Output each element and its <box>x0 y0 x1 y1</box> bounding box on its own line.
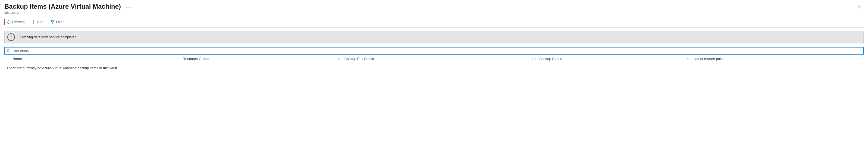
svg-marker-4 <box>51 21 54 23</box>
refresh-icon <box>7 20 10 24</box>
search-icon <box>6 49 10 53</box>
sort-icon: ↑↓ <box>176 57 179 61</box>
column-header-name[interactable]: Name ↑↓ <box>12 57 183 61</box>
table-header-row: Name ↑↓ Resource Group ↑↓ Backup Pre-Che… <box>4 54 864 63</box>
add-label: Add <box>37 20 43 24</box>
close-button[interactable] <box>855 3 864 11</box>
vault-name-subtitle: afsbackup <box>4 11 131 15</box>
column-label: Backup Pre-Check <box>344 57 374 61</box>
filter-items-input[interactable] <box>11 48 862 53</box>
refresh-label: Refresh <box>12 20 25 24</box>
funnel-icon <box>51 20 54 24</box>
column-header-latest-restore-point[interactable]: Latest restore point ↑↓ <box>693 57 864 61</box>
svg-line-6 <box>9 51 10 52</box>
plus-icon <box>32 20 36 24</box>
filter-button[interactable]: Filter <box>48 18 66 25</box>
command-bar: Refresh Add Filter <box>4 18 864 28</box>
svg-point-5 <box>7 49 9 51</box>
info-banner: i Fetching data from service completed. <box>4 31 864 43</box>
sort-icon: ↑↓ <box>687 57 689 61</box>
refresh-button[interactable]: Refresh <box>4 19 27 25</box>
sort-icon: ↑↓ <box>338 57 340 61</box>
empty-table-message: There are currently no Azure Virtual Mac… <box>4 63 864 73</box>
sort-icon: ↑↓ <box>857 57 859 61</box>
column-header-last-backup-status[interactable]: Last Backup Status ↑↓ <box>532 57 693 61</box>
filter-items-field[interactable] <box>4 47 864 54</box>
filter-label: Filter <box>56 20 64 24</box>
info-banner-text: Fetching data from service completed. <box>20 35 78 39</box>
close-icon <box>857 5 861 8</box>
page-title: Backup Items (Azure Virtual Machine) <box>4 3 121 10</box>
column-label: Latest restore point <box>693 57 723 61</box>
column-label: Name <box>12 57 22 61</box>
column-label: Last Backup Status <box>532 57 562 61</box>
add-button[interactable]: Add <box>29 18 46 25</box>
column-header-resource-group[interactable]: Resource Group ↑↓ <box>183 57 344 61</box>
info-icon: i <box>7 33 15 41</box>
more-actions-button[interactable]: ··· <box>126 3 131 9</box>
column-header-backup-precheck[interactable]: Backup Pre-Check <box>344 57 532 61</box>
column-label: Resource Group <box>183 57 209 61</box>
